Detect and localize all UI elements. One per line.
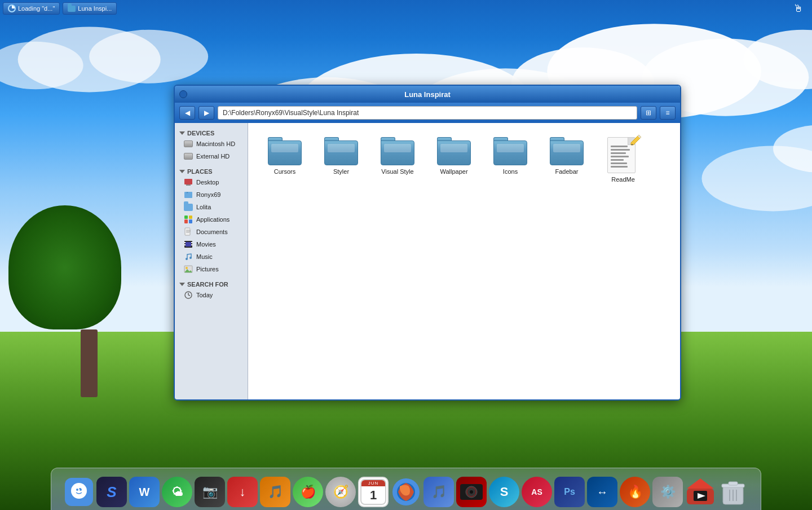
sidebar-item-movies[interactable]: Movies bbox=[175, 238, 248, 250]
file-item-cursors[interactable]: Cursors bbox=[259, 134, 310, 186]
taskbar-folder-label: Luna Inspi... bbox=[78, 5, 112, 12]
file-item-styler[interactable]: Styler bbox=[316, 134, 367, 186]
file-label-icons: Icons bbox=[503, 168, 518, 175]
svg-rect-21 bbox=[189, 216, 192, 219]
address-text: D:\Folders\Ronyx69\VisualStyle\Luna Insp… bbox=[223, 109, 359, 117]
lolita-label: Lolita bbox=[196, 204, 211, 210]
sidebar-item-applications[interactable]: Applications bbox=[175, 213, 248, 226]
sidebar-item-macintosh-hd[interactable]: Macintosh HD bbox=[175, 138, 248, 150]
calendar-icon: JUN 1 bbox=[360, 479, 386, 505]
folder-icon-wallpaper bbox=[437, 137, 471, 165]
file-item-wallpaper[interactable]: Wallpaper bbox=[429, 134, 479, 186]
line2 bbox=[611, 149, 630, 151]
window-body: DEVICES Macintosh HD External HD bbox=[175, 123, 680, 399]
sidebar-section-search: SEARCH FOR bbox=[175, 279, 248, 289]
calendar-day: 1 bbox=[361, 486, 385, 504]
file-content-area: Cursors Styler Visual Style bbox=[248, 123, 680, 399]
dock-item-word[interactable]: W bbox=[129, 477, 160, 507]
burnagain-icon: 🔥 bbox=[621, 478, 648, 505]
search-triangle bbox=[179, 283, 185, 286]
sidebar-item-pictures[interactable]: Pictures bbox=[175, 263, 248, 275]
weatherdock-icon: 🌤 bbox=[164, 478, 191, 505]
dvd-icon bbox=[459, 480, 484, 504]
file-label-cursors: Cursors bbox=[274, 168, 296, 175]
dock-item-calendar[interactable]: JUN 1 bbox=[358, 477, 389, 507]
address-bar[interactable]: D:\Folders\Ronyx69\VisualStyle\Luna Insp… bbox=[218, 106, 637, 120]
window-title: Luna Inspirat bbox=[404, 90, 451, 99]
sidebar-item-ronyx69[interactable]: Ronyx69 bbox=[175, 188, 248, 201]
dock-item-skype[interactable]: S bbox=[489, 477, 519, 507]
dock-item-photoshop[interactable]: Ps bbox=[554, 477, 585, 507]
line3 bbox=[611, 152, 626, 154]
file-item-fadebar[interactable]: Fadebar bbox=[541, 134, 592, 186]
dock-item-camera[interactable]: 📷 bbox=[195, 477, 225, 507]
svg-point-41 bbox=[71, 483, 87, 499]
documents-icon bbox=[184, 227, 193, 236]
file-item-readme[interactable]: ReadMe bbox=[598, 134, 648, 186]
camera-icon: 📷 bbox=[196, 478, 223, 505]
dock-item-itunes[interactable]: 🎵 bbox=[423, 477, 454, 507]
svg-rect-32 bbox=[191, 244, 192, 245]
sidebar: DEVICES Macintosh HD External HD bbox=[175, 123, 248, 399]
file-item-visual-style[interactable]: Visual Style bbox=[372, 134, 423, 186]
file-item-icons[interactable]: Icons bbox=[485, 134, 536, 186]
pencil-icon bbox=[628, 133, 643, 148]
back-button[interactable]: ◀ bbox=[179, 106, 195, 120]
dock-item-finder[interactable] bbox=[64, 477, 94, 507]
sidebar-item-lolita[interactable]: Lolita bbox=[175, 201, 248, 213]
taskbar-loading-item[interactable]: Loading "d..." bbox=[3, 2, 60, 15]
sidebar-item-external-hd[interactable]: External HD bbox=[175, 150, 248, 162]
today-icon bbox=[184, 291, 193, 300]
folder-body-3 bbox=[381, 140, 414, 165]
desktop-icon bbox=[184, 178, 193, 187]
dock-item-lastfm[interactable]: AS bbox=[522, 477, 552, 507]
dock-item-vlc[interactable] bbox=[685, 477, 716, 507]
sidebar-item-today[interactable]: Today bbox=[175, 289, 248, 301]
dock-item-firefox[interactable] bbox=[391, 477, 421, 507]
dock-item-scrobbler[interactable]: S bbox=[96, 477, 127, 507]
dock-item-dvd[interactable] bbox=[456, 477, 487, 507]
dock-item-installer[interactable]: ↓ bbox=[227, 477, 258, 507]
view-button[interactable]: ⊞ bbox=[641, 106, 656, 120]
folder-icon-visual-style bbox=[381, 137, 414, 165]
dock-item-greenapp[interactable]: 🍎 bbox=[293, 477, 323, 507]
sidebar-item-music[interactable]: Music bbox=[175, 250, 248, 263]
places-triangle bbox=[179, 170, 185, 173]
forward-button[interactable]: ▶ bbox=[198, 106, 214, 120]
svg-rect-16 bbox=[184, 192, 192, 198]
window-close-button[interactable] bbox=[179, 90, 187, 98]
folder-icon-styler bbox=[324, 137, 358, 165]
dock-item-teamviewer[interactable]: ↔ bbox=[587, 477, 617, 507]
sidebar-item-documents[interactable]: Documents bbox=[175, 226, 248, 238]
svg-marker-23 bbox=[190, 228, 192, 230]
folder-body-4 bbox=[437, 140, 471, 165]
svg-point-43 bbox=[76, 489, 78, 491]
today-label: Today bbox=[196, 292, 213, 298]
installer-icon: ↓ bbox=[229, 478, 256, 505]
preferences-icon: ⚙️ bbox=[654, 478, 681, 505]
dock-item-preferences[interactable]: ⚙️ bbox=[652, 477, 683, 507]
firefox-icon bbox=[391, 477, 421, 507]
action-button[interactable]: ≡ bbox=[660, 106, 676, 120]
scrobbler-icon: S bbox=[98, 478, 125, 505]
line7 bbox=[611, 166, 628, 168]
movies-label: Movies bbox=[196, 241, 216, 248]
readme-icon bbox=[607, 137, 639, 173]
dock-item-flstudio[interactable]: 🎵 bbox=[260, 477, 290, 507]
search-label: SEARCH FOR bbox=[187, 281, 228, 288]
svg-rect-31 bbox=[191, 242, 192, 243]
folder-body bbox=[268, 140, 302, 165]
svg-point-49 bbox=[470, 490, 473, 494]
window-toolbar: ◀ ▶ D:\Folders\Ronyx69\VisualStyle\Luna … bbox=[175, 103, 680, 123]
dock-item-weatherdock[interactable]: 🌤 bbox=[162, 477, 192, 507]
sidebar-section-places: PLACES bbox=[175, 166, 248, 176]
music-icon bbox=[184, 252, 193, 261]
sidebar-item-desktop[interactable]: Desktop bbox=[175, 176, 248, 188]
svg-point-33 bbox=[186, 258, 188, 260]
calendar-month: JUN bbox=[361, 480, 385, 486]
dock-item-burnagain[interactable]: 🔥 bbox=[620, 477, 650, 507]
taskbar-folder-item[interactable]: Luna Inspi... bbox=[63, 2, 117, 15]
finder-icon bbox=[64, 477, 94, 507]
dock-item-trash[interactable] bbox=[718, 477, 748, 507]
dock-item-safari[interactable]: 🧭 bbox=[325, 477, 356, 507]
